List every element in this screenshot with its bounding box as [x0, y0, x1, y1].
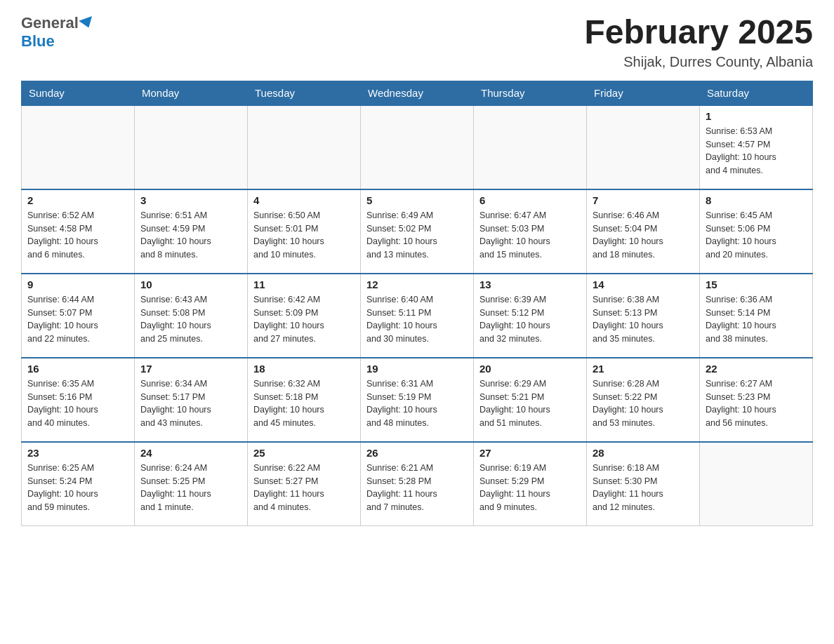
calendar-cell: 6Sunrise: 6:47 AMSunset: 5:03 PMDaylight… [474, 189, 587, 274]
calendar-cell [22, 105, 135, 189]
day-number: 7 [593, 194, 694, 206]
calendar-cell: 21Sunrise: 6:28 AMSunset: 5:22 PMDayligh… [587, 358, 700, 442]
week-row: 16Sunrise: 6:35 AMSunset: 5:16 PMDayligh… [22, 358, 813, 442]
day-info: Sunrise: 6:42 AMSunset: 5:09 PMDaylight:… [253, 293, 355, 346]
week-row: 9Sunrise: 6:44 AMSunset: 5:07 PMDaylight… [22, 274, 813, 358]
logo-general-text: General [21, 14, 79, 32]
day-info: Sunrise: 6:40 AMSunset: 5:11 PMDaylight:… [366, 293, 468, 346]
day-number: 23 [27, 447, 128, 459]
calendar-cell [248, 105, 361, 189]
day-number: 9 [27, 279, 128, 290]
calendar-cell: 11Sunrise: 6:42 AMSunset: 5:09 PMDayligh… [248, 274, 361, 358]
day-info: Sunrise: 6:45 AMSunset: 5:06 PMDaylight:… [706, 209, 807, 262]
weekday-header: Thursday [474, 81, 587, 105]
calendar-cell: 22Sunrise: 6:27 AMSunset: 5:23 PMDayligh… [700, 358, 813, 442]
day-number: 21 [593, 363, 694, 375]
day-info: Sunrise: 6:49 AMSunset: 5:02 PMDaylight:… [366, 209, 468, 262]
day-number: 1 [706, 110, 807, 122]
day-info: Sunrise: 6:18 AMSunset: 5:30 PMDaylight:… [593, 462, 694, 514]
calendar-cell: 24Sunrise: 6:24 AMSunset: 5:25 PMDayligh… [135, 442, 248, 526]
calendar-cell: 5Sunrise: 6:49 AMSunset: 5:02 PMDaylight… [361, 189, 474, 274]
calendar-cell: 4Sunrise: 6:50 AMSunset: 5:01 PMDaylight… [248, 189, 361, 274]
calendar-cell: 13Sunrise: 6:39 AMSunset: 5:12 PMDayligh… [474, 274, 587, 358]
day-number: 24 [140, 447, 241, 459]
calendar-cell: 18Sunrise: 6:32 AMSunset: 5:18 PMDayligh… [248, 358, 361, 442]
calendar-cell: 10Sunrise: 6:43 AMSunset: 5:08 PMDayligh… [135, 274, 248, 358]
calendar-cell: 28Sunrise: 6:18 AMSunset: 5:30 PMDayligh… [587, 442, 700, 526]
weekday-header: Friday [587, 81, 700, 105]
weekday-header: Monday [135, 81, 248, 105]
calendar-cell: 14Sunrise: 6:38 AMSunset: 5:13 PMDayligh… [587, 274, 700, 358]
day-info: Sunrise: 6:31 AMSunset: 5:19 PMDaylight:… [366, 377, 468, 430]
week-row: 1Sunrise: 6:53 AMSunset: 4:57 PMDaylight… [22, 105, 813, 189]
logo: General Blue [21, 14, 94, 51]
day-number: 22 [706, 363, 807, 375]
day-number: 27 [479, 447, 581, 459]
week-row: 2Sunrise: 6:52 AMSunset: 4:58 PMDaylight… [22, 189, 813, 274]
day-number: 25 [253, 447, 355, 459]
calendar-cell [700, 442, 813, 526]
day-info: Sunrise: 6:22 AMSunset: 5:27 PMDaylight:… [253, 462, 355, 514]
calendar-cell: 16Sunrise: 6:35 AMSunset: 5:16 PMDayligh… [22, 358, 135, 442]
calendar-cell: 19Sunrise: 6:31 AMSunset: 5:19 PMDayligh… [361, 358, 474, 442]
day-info: Sunrise: 6:19 AMSunset: 5:29 PMDaylight:… [479, 462, 581, 514]
day-number: 11 [253, 279, 355, 290]
title-block: February 2025 Shijak, Durres County, Alb… [584, 14, 813, 70]
calendar-cell: 8Sunrise: 6:45 AMSunset: 5:06 PMDaylight… [700, 189, 813, 274]
day-info: Sunrise: 6:38 AMSunset: 5:13 PMDaylight:… [593, 293, 694, 346]
logo-triangle-icon [79, 16, 95, 30]
calendar-cell: 1Sunrise: 6:53 AMSunset: 4:57 PMDaylight… [700, 105, 813, 189]
weekday-header-row: SundayMondayTuesdayWednesdayThursdayFrid… [22, 81, 813, 105]
day-info: Sunrise: 6:46 AMSunset: 5:04 PMDaylight:… [593, 209, 694, 262]
day-number: 6 [479, 194, 581, 206]
day-number: 2 [27, 194, 128, 206]
month-title: February 2025 [584, 14, 813, 51]
logo-blue-text: Blue [21, 32, 55, 50]
day-info: Sunrise: 6:52 AMSunset: 4:58 PMDaylight:… [27, 209, 128, 262]
day-info: Sunrise: 6:28 AMSunset: 5:22 PMDaylight:… [593, 377, 694, 430]
day-info: Sunrise: 6:35 AMSunset: 5:16 PMDaylight:… [27, 377, 128, 430]
day-number: 18 [253, 363, 355, 375]
calendar-cell: 7Sunrise: 6:46 AMSunset: 5:04 PMDaylight… [587, 189, 700, 274]
calendar-cell: 2Sunrise: 6:52 AMSunset: 4:58 PMDaylight… [22, 189, 135, 274]
day-number: 15 [706, 279, 807, 290]
week-row: 23Sunrise: 6:25 AMSunset: 5:24 PMDayligh… [22, 442, 813, 526]
weekday-header: Tuesday [248, 81, 361, 105]
day-number: 8 [706, 194, 807, 206]
day-info: Sunrise: 6:43 AMSunset: 5:08 PMDaylight:… [140, 293, 241, 346]
day-number: 13 [479, 279, 581, 290]
location-text: Shijak, Durres County, Albania [584, 54, 813, 70]
day-info: Sunrise: 6:47 AMSunset: 5:03 PMDaylight:… [479, 209, 581, 262]
day-number: 4 [253, 194, 355, 206]
day-info: Sunrise: 6:50 AMSunset: 5:01 PMDaylight:… [253, 209, 355, 262]
day-number: 14 [593, 279, 694, 290]
calendar-cell [587, 105, 700, 189]
day-number: 28 [593, 447, 694, 459]
page-header: General Blue February 2025 Shijak, Durre… [21, 14, 813, 70]
calendar-cell: 25Sunrise: 6:22 AMSunset: 5:27 PMDayligh… [248, 442, 361, 526]
calendar-cell [135, 105, 248, 189]
day-number: 20 [479, 363, 581, 375]
day-info: Sunrise: 6:25 AMSunset: 5:24 PMDaylight:… [27, 462, 128, 514]
calendar-cell: 3Sunrise: 6:51 AMSunset: 4:59 PMDaylight… [135, 189, 248, 274]
calendar-table: SundayMondayTuesdayWednesdayThursdayFrid… [21, 81, 813, 527]
day-info: Sunrise: 6:27 AMSunset: 5:23 PMDaylight:… [706, 377, 807, 430]
calendar-cell: 9Sunrise: 6:44 AMSunset: 5:07 PMDaylight… [22, 274, 135, 358]
day-info: Sunrise: 6:34 AMSunset: 5:17 PMDaylight:… [140, 377, 241, 430]
calendar-cell: 15Sunrise: 6:36 AMSunset: 5:14 PMDayligh… [700, 274, 813, 358]
calendar-cell: 26Sunrise: 6:21 AMSunset: 5:28 PMDayligh… [361, 442, 474, 526]
calendar-cell [361, 105, 474, 189]
day-info: Sunrise: 6:21 AMSunset: 5:28 PMDaylight:… [366, 462, 468, 514]
day-number: 12 [366, 279, 468, 290]
day-info: Sunrise: 6:29 AMSunset: 5:21 PMDaylight:… [479, 377, 581, 430]
weekday-header: Sunday [22, 81, 135, 105]
day-number: 10 [140, 279, 241, 290]
calendar-cell: 17Sunrise: 6:34 AMSunset: 5:17 PMDayligh… [135, 358, 248, 442]
calendar-cell: 20Sunrise: 6:29 AMSunset: 5:21 PMDayligh… [474, 358, 587, 442]
day-number: 3 [140, 194, 241, 206]
day-number: 26 [366, 447, 468, 459]
day-info: Sunrise: 6:32 AMSunset: 5:18 PMDaylight:… [253, 377, 355, 430]
day-info: Sunrise: 6:24 AMSunset: 5:25 PMDaylight:… [140, 462, 241, 514]
day-number: 16 [27, 363, 128, 375]
day-info: Sunrise: 6:53 AMSunset: 4:57 PMDaylight:… [706, 125, 807, 177]
